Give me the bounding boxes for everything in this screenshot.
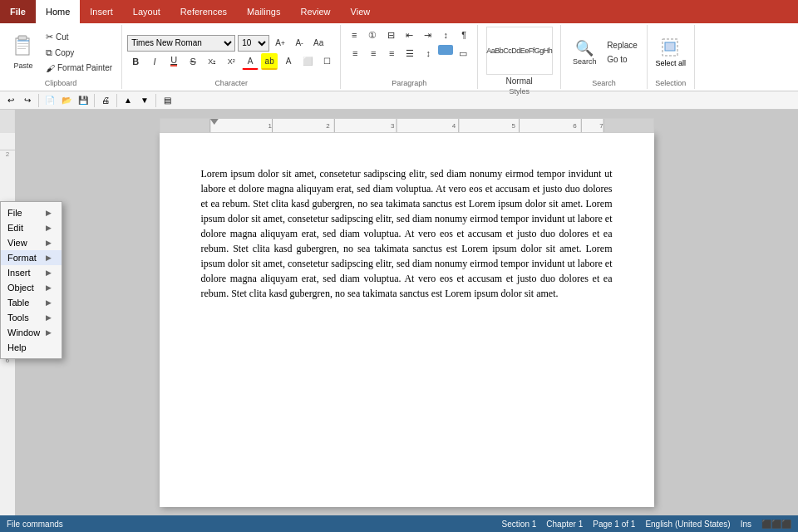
menu-item-edit[interactable]: Edit ▶: [1, 220, 62, 235]
tab-review[interactable]: Review: [290, 0, 340, 23]
select-all-button[interactable]: Select all: [653, 29, 689, 76]
styles-label: Styles: [509, 87, 530, 96]
selection-group: Select all Selection: [648, 25, 695, 89]
print-button[interactable]: 🖨: [98, 93, 113, 108]
show-marks-button[interactable]: ¶: [456, 27, 472, 43]
menu-item-format[interactable]: Format ▶: [1, 250, 62, 265]
format-painter-button[interactable]: 🖌 Format Painter: [42, 62, 116, 75]
clipboard-group: Paste ✂ Cut ⧉ Copy 🖌 Format Painter Clip…: [0, 25, 122, 89]
border-button[interactable]: ☐: [318, 53, 335, 70]
border-para-button[interactable]: ▭: [455, 45, 471, 62]
sort-button[interactable]: ↕: [437, 27, 454, 43]
up-arrow-button[interactable]: ▲: [121, 93, 135, 108]
align-right-button[interactable]: ≡: [383, 45, 400, 62]
goto-button[interactable]: Go to: [603, 53, 642, 66]
search-content: 🔍 Search Replace Go to: [566, 27, 642, 77]
save-button[interactable]: 💾: [76, 93, 91, 108]
tab-home[interactable]: Home: [36, 0, 80, 23]
decrease-indent-button[interactable]: ⇤: [401, 27, 417, 43]
horizontal-ruler: 1 2 3 4 5 6 7: [160, 118, 654, 133]
down-arrow-button[interactable]: ▼: [137, 93, 152, 108]
status-bar: File commands Section 1 Chapter 1 Page 1…: [0, 515, 798, 532]
menu-dropdown: File ▶ Edit ▶ View ▶ Format ▶ Insert ▶ O…: [0, 201, 62, 359]
document-page[interactable]: Lorem ipsum dolor sit amet, consetetur s…: [160, 133, 654, 507]
shading-button[interactable]: ⬜: [299, 53, 316, 70]
status-mode: Ins: [741, 520, 751, 529]
open-button[interactable]: 📂: [59, 93, 74, 108]
cut-button[interactable]: ✂ Cut: [42, 30, 116, 44]
bullets-button[interactable]: ≡: [346, 27, 362, 43]
align-center-button[interactable]: ≡: [365, 45, 382, 62]
menu-item-tools[interactable]: Tools ▶: [1, 310, 62, 325]
svg-text:6: 6: [573, 122, 576, 129]
font-row2: B I U S X₂ X² A ab A ⬜ ☐: [127, 53, 335, 70]
decrease-font-button[interactable]: A-: [291, 35, 308, 52]
increase-font-button[interactable]: A+: [272, 35, 288, 52]
menu-item-help[interactable]: Help: [1, 340, 62, 355]
status-right: Section 1 Chapter 1 Page 1 of 1 English …: [502, 520, 791, 529]
ruler-mark-6: 6: [0, 356, 15, 407]
menu-item-file[interactable]: File ▶: [1, 205, 62, 220]
align-left-button[interactable]: ≡: [347, 45, 363, 62]
numbering-button[interactable]: ①: [364, 27, 381, 43]
tab-insert[interactable]: Insert: [80, 0, 123, 23]
tab-view[interactable]: View: [341, 0, 381, 23]
paragraph-group: ≡ ① ⊟ ⇤ ⇥ ↕ ¶ ≡ ≡ ≡ ☰ ↕ ▭ Paragraph: [341, 25, 478, 89]
tab-layout[interactable]: Layout: [123, 0, 170, 23]
toolbar-row: ↩ ↪ 📄 📂 💾 🖨 ▲ ▼ ▤: [0, 91, 798, 110]
font-color-button[interactable]: A: [242, 53, 259, 70]
tab-mailings[interactable]: Mailings: [237, 0, 290, 23]
find-button[interactable]: 🔍 Search: [566, 29, 603, 76]
shading-para-button[interactable]: [438, 45, 453, 55]
menu-item-view[interactable]: View ▶: [1, 235, 62, 250]
svg-rect-4: [17, 46, 29, 47]
justify-button[interactable]: ☰: [401, 45, 418, 62]
tab-file[interactable]: File: [0, 0, 36, 23]
font-name-select[interactable]: Times New Roman: [127, 35, 235, 52]
svg-text:5: 5: [511, 122, 515, 129]
highlight-button[interactable]: ab: [261, 53, 278, 70]
search-icon: 🔍: [575, 39, 594, 57]
menu-item-object[interactable]: Object ▶: [1, 280, 62, 295]
menu-arrow-table: ▶: [46, 298, 52, 307]
select-all-icon: [661, 36, 681, 59]
toolbar-sep2: [94, 94, 95, 107]
multilevel-button[interactable]: ⊟: [382, 27, 399, 43]
font-size-select[interactable]: 10: [238, 35, 269, 52]
cut-icon: ✂: [46, 32, 53, 42]
underline-button[interactable]: U: [165, 53, 182, 70]
menu-arrow-edit: ▶: [46, 224, 52, 232]
menu-item-window[interactable]: Window ▶: [1, 325, 62, 340]
increase-indent-button[interactable]: ⇥: [419, 27, 436, 43]
search-label: Search: [573, 57, 597, 66]
view-button[interactable]: ▤: [160, 93, 175, 108]
italic-button[interactable]: I: [146, 53, 163, 70]
toolbar-sep1: [38, 94, 39, 107]
svg-text:3: 3: [391, 122, 394, 129]
replace-button[interactable]: Replace: [603, 39, 642, 52]
paragraph-label: Paragraph: [392, 79, 426, 87]
svg-rect-5: [17, 48, 26, 49]
menu-item-table[interactable]: Table ▶: [1, 295, 62, 310]
superscript-button[interactable]: X²: [223, 53, 239, 70]
text-effects-button[interactable]: A: [280, 53, 297, 70]
styles-preview[interactable]: AaBbCcDdEeFfGgHh: [486, 27, 553, 75]
menu-item-insert[interactable]: Insert ▶: [1, 265, 62, 280]
ribbon-tabs: File Home Insert Layout References Maili…: [0, 0, 798, 23]
clear-format-button[interactable]: Aa: [310, 35, 327, 52]
clipboard-label: Clipboard: [45, 79, 77, 87]
copy-button[interactable]: ⧉ Copy: [42, 46, 116, 60]
paste-button[interactable]: Paste: [5, 28, 42, 76]
menu-arrow-file: ▶: [46, 209, 52, 217]
strikethrough-button[interactable]: S: [185, 53, 201, 70]
redo-button[interactable]: ↪: [20, 93, 35, 108]
menu-arrow-view: ▶: [46, 239, 52, 247]
new-button[interactable]: 📄: [42, 93, 57, 108]
undo-button[interactable]: ↩: [3, 93, 18, 108]
line-spacing-button[interactable]: ↕: [420, 45, 436, 62]
font-label: Character: [214, 79, 248, 87]
bold-button[interactable]: B: [127, 53, 144, 70]
subscript-button[interactable]: X₂: [204, 53, 220, 70]
tab-references[interactable]: References: [170, 0, 237, 23]
font-content: Times New Roman 10 A+ A- Aa B I U S: [127, 27, 335, 77]
